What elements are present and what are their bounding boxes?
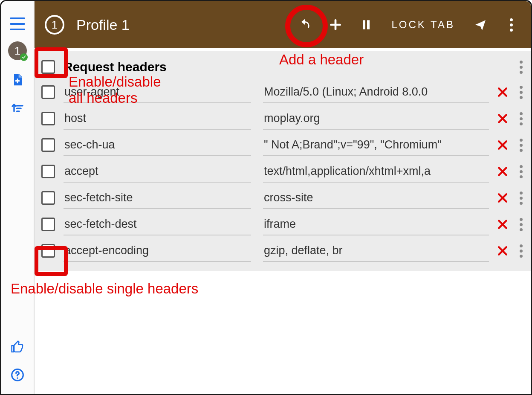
header-name[interactable]: accept [64, 160, 251, 183]
row-menu[interactable] [514, 163, 528, 180]
row-menu[interactable] [514, 84, 528, 101]
header-row: accept-encodinggzip, deflate, br [41, 238, 528, 264]
delete-icon[interactable] [494, 242, 511, 259]
more-icon[interactable] [502, 15, 520, 34]
header-row: hostmoplay.org [41, 105, 528, 132]
sidebar-profile-badge[interactable]: 1 [8, 41, 27, 60]
header-name[interactable]: sec-fetch-site [64, 187, 251, 209]
svg-rect-2 [363, 20, 365, 29]
header-name[interactable]: host [64, 107, 251, 130]
header-row: sec-ch-ua" Not A;Brand";v="99", "Chromiu… [41, 132, 528, 158]
row-menu[interactable] [514, 216, 528, 233]
header-checkbox[interactable] [41, 112, 55, 125]
row-menu[interactable] [514, 137, 528, 154]
section-menu[interactable] [514, 58, 528, 76]
header-name[interactable]: sec-fetch-dest [64, 213, 251, 235]
header-value[interactable]: text/html,application/xhtml+xml,a [263, 160, 489, 183]
thumbs-up-icon[interactable] [9, 338, 26, 355]
row-menu[interactable] [514, 189, 528, 206]
lock-tab-button[interactable]: LOCK TAB [387, 19, 459, 31]
row-menu[interactable] [514, 242, 528, 259]
delete-icon[interactable] [494, 84, 511, 101]
header-checkbox[interactable] [41, 138, 55, 152]
help-icon[interactable] [9, 366, 26, 383]
header-value[interactable]: cross-site [263, 187, 489, 209]
header-value[interactable]: moplay.org [263, 107, 489, 130]
undo-icon[interactable] [295, 15, 314, 34]
svg-point-1 [17, 378, 18, 379]
header-checkbox[interactable] [41, 165, 55, 178]
header-name[interactable]: user-agent [64, 81, 251, 103]
svg-rect-3 [367, 20, 370, 29]
sidebar: 1 [1, 1, 35, 394]
content: Request headers user-agentMozilla/5.0 (L… [35, 48, 531, 394]
add-file-icon[interactable] [9, 71, 26, 88]
header-checkbox[interactable] [41, 85, 55, 99]
menu-icon[interactable] [10, 17, 25, 30]
delete-icon[interactable] [494, 137, 511, 154]
header-row: sec-fetch-destiframe [41, 211, 528, 238]
header-name[interactable]: sec-ch-ua [64, 134, 251, 156]
delete-icon[interactable] [494, 110, 511, 127]
request-headers-section: Request headers user-agentMozilla/5.0 (L… [35, 51, 531, 271]
section-title: Request headers [64, 60, 511, 74]
add-icon[interactable] [326, 15, 345, 34]
header-row: sec-fetch-sitecross-site [41, 185, 528, 211]
header-checkbox[interactable] [41, 191, 55, 205]
header-checkbox[interactable] [41, 244, 55, 258]
header-value[interactable]: gzip, deflate, br [263, 240, 489, 262]
header-value[interactable]: iframe [263, 213, 489, 235]
check-icon [20, 53, 28, 61]
app-bar: 1 Profile 1 LOCK TAB [35, 1, 531, 48]
row-menu[interactable] [514, 110, 528, 127]
header-row: user-agentMozilla/5.0 (Linux; Android 8.… [41, 79, 528, 105]
toggle-all-checkbox[interactable] [41, 60, 55, 74]
app-title: Profile 1 [76, 17, 283, 33]
delete-icon[interactable] [494, 189, 511, 206]
share-icon[interactable] [471, 15, 490, 34]
profile-number: 1 [14, 44, 20, 58]
header-value[interactable]: " Not A;Brand";v="99", "Chromium" [263, 134, 489, 156]
delete-icon[interactable] [494, 216, 511, 233]
header-value[interactable]: Mozilla/5.0 (Linux; Android 8.0.0 [263, 81, 489, 103]
section-header: Request headers [41, 55, 528, 79]
delete-icon[interactable] [494, 163, 511, 180]
pause-icon[interactable] [357, 15, 376, 34]
sort-icon[interactable] [9, 99, 26, 116]
header-row: accepttext/html,application/xhtml+xml,a [41, 158, 528, 185]
profile-indicator[interactable]: 1 [45, 15, 64, 35]
header-name[interactable]: accept-encoding [64, 240, 251, 262]
header-checkbox[interactable] [41, 218, 55, 231]
